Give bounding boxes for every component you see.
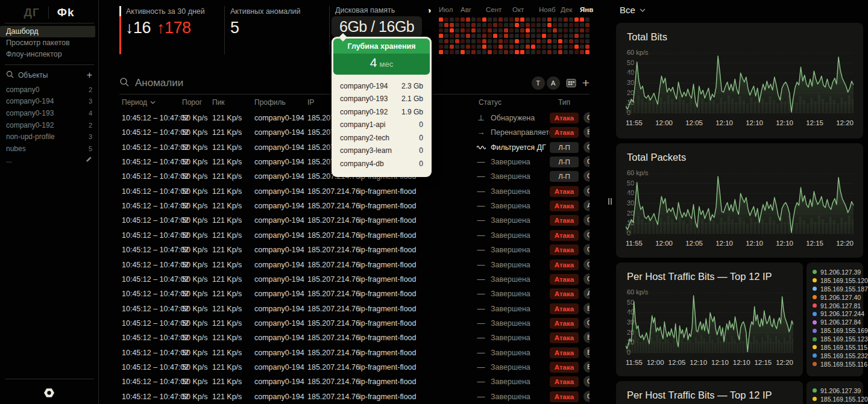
heatmap-cell[interactable] xyxy=(585,39,590,43)
legend-item[interactable]: 185.169.155.169 xyxy=(813,326,863,335)
heatmap-cell[interactable] xyxy=(569,34,573,38)
legend-item[interactable]: 185.169.155.115 xyxy=(813,343,863,352)
heatmap-cell[interactable] xyxy=(515,34,519,38)
heatmap-cell[interactable] xyxy=(461,17,465,22)
heatmap-cell[interactable] xyxy=(455,34,459,38)
legend-item[interactable]: 185.169.155.116 xyxy=(813,360,863,368)
heatmap-cell[interactable] xyxy=(536,34,541,38)
column-header-4[interactable]: IP xyxy=(307,98,314,107)
legend-item[interactable]: 185.169.155.120 xyxy=(813,395,863,403)
heatmap-cell[interactable] xyxy=(520,17,524,22)
heatmap-cell[interactable] xyxy=(455,39,459,43)
heatmap-cell[interactable] xyxy=(455,45,459,49)
heatmap-cell[interactable] xyxy=(455,50,459,54)
heatmap-cell[interactable] xyxy=(553,34,557,38)
heatmap-cell[interactable] xyxy=(466,50,470,54)
heatmap-cell[interactable] xyxy=(493,39,497,43)
heatmap-cell[interactable] xyxy=(498,23,503,27)
heatmap-cell[interactable] xyxy=(569,39,573,43)
heatmap-cell[interactable] xyxy=(536,39,541,43)
heatmap-cell[interactable] xyxy=(498,34,503,38)
heatmap-cell[interactable] xyxy=(558,39,562,43)
heatmap-cell[interactable] xyxy=(585,28,590,33)
heatmap-cell[interactable] xyxy=(515,45,519,49)
heatmap-cell[interactable] xyxy=(455,17,459,22)
heatmap-cell[interactable] xyxy=(531,23,535,27)
table-row[interactable]: 10:45:12 – 10:47:0250 Kp/s121 Kp/scompan… xyxy=(119,390,590,404)
heatmap-cell[interactable] xyxy=(488,28,492,33)
heatmap-cell[interactable] xyxy=(482,39,486,43)
heatmap-cell[interactable] xyxy=(515,17,519,22)
heatmap-cell[interactable] xyxy=(569,28,573,33)
traffic-chart[interactable] xyxy=(626,293,793,354)
heatmap-cell[interactable] xyxy=(564,23,568,27)
heatmap-cell[interactable] xyxy=(520,34,524,38)
heatmap-cell[interactable] xyxy=(461,45,465,49)
legend-item[interactable]: 185.169.155.232 xyxy=(813,352,863,360)
heatmap-cell[interactable] xyxy=(569,45,573,49)
heatmap-cell[interactable] xyxy=(471,45,476,49)
heatmap-cell[interactable] xyxy=(482,28,486,33)
object-list-item[interactable]: company0-1943 xyxy=(6,96,92,108)
activity-heatmap[interactable] xyxy=(439,17,590,54)
heatmap-cell[interactable] xyxy=(558,28,562,33)
heatmap-cell[interactable] xyxy=(471,39,476,43)
heatmap-cell[interactable] xyxy=(547,45,552,49)
legend-item[interactable]: 91.206.127.81 xyxy=(813,302,863,310)
heatmap-cell[interactable] xyxy=(574,39,579,43)
table-row[interactable]: 10:45:12 – 10:47:0250 Kp/s121 Kp/scompan… xyxy=(119,287,590,301)
object-list-item[interactable]: company0-1934 xyxy=(6,107,92,119)
heatmap-cell[interactable] xyxy=(553,23,557,27)
heatmap-cell[interactable] xyxy=(504,34,508,38)
heatmap-cell[interactable] xyxy=(509,50,514,54)
heatmap-cell[interactable] xyxy=(515,50,519,54)
edit-pencil-icon[interactable] xyxy=(86,156,92,164)
heatmap-cell[interactable] xyxy=(450,34,454,38)
disk-memory-value[interactable]: 6Gb / 16Gb xyxy=(332,16,422,37)
column-header-2[interactable]: Пик xyxy=(212,98,225,107)
heatmap-cell[interactable] xyxy=(444,23,448,27)
heatmap-cell[interactable] xyxy=(542,28,546,33)
heatmap-cell[interactable] xyxy=(471,23,476,27)
heatmap-cell[interactable] xyxy=(493,28,497,33)
heatmap-cell[interactable] xyxy=(504,28,508,33)
heatmap-cell[interactable] xyxy=(504,45,508,49)
legend-item[interactable]: 91.206.127.39 xyxy=(813,268,863,276)
heatmap-cell[interactable] xyxy=(569,23,573,27)
object-list-item[interactable]: nubes5 xyxy=(6,143,92,155)
column-header-0[interactable]: Период xyxy=(122,98,156,107)
heatmap-cell[interactable] xyxy=(450,23,454,27)
heatmap-cell[interactable] xyxy=(574,50,579,54)
heatmap-cell[interactable] xyxy=(515,39,519,43)
object-list-item[interactable]: non-upd-profile3 xyxy=(6,131,92,143)
heatmap-cell[interactable] xyxy=(493,17,497,22)
table-row[interactable]: 10:45:12 – 10:47:0250 Kp/s121 Kp/scompan… xyxy=(119,199,590,213)
heatmap-cell[interactable] xyxy=(471,50,476,54)
sidebar-item-packet-view[interactable]: Просмотр пакетов xyxy=(0,37,98,49)
heatmap-cell[interactable] xyxy=(553,45,557,49)
heatmap-cell[interactable] xyxy=(553,28,557,33)
heatmap-cell[interactable] xyxy=(531,28,535,33)
heatmap-cell[interactable] xyxy=(477,45,481,49)
heatmap-cell[interactable] xyxy=(520,39,524,43)
heatmap-cell[interactable] xyxy=(536,28,541,33)
heatmap-cell[interactable] xyxy=(477,50,481,54)
heatmap-cell[interactable] xyxy=(542,23,546,27)
heatmap-cell[interactable] xyxy=(477,39,481,43)
heatmap-cell[interactable] xyxy=(558,23,562,27)
heatmap-cell[interactable] xyxy=(488,39,492,43)
column-header-6[interactable]: Тип xyxy=(558,98,570,107)
heatmap-cell[interactable] xyxy=(574,45,579,49)
heatmap-cell[interactable] xyxy=(466,45,470,49)
legend-item[interactable]: 185.169.155.187 xyxy=(813,285,863,293)
heatmap-cell[interactable] xyxy=(526,28,530,33)
table-row[interactable]: 10:45:12 – 10:47:0250 Kp/s121 Kp/scompan… xyxy=(119,243,590,257)
heatmap-cell[interactable] xyxy=(439,28,443,33)
heatmap-cell[interactable] xyxy=(536,23,541,27)
heatmap-cell[interactable] xyxy=(444,28,448,33)
heatmap-cell[interactable] xyxy=(482,17,486,22)
heatmap-cell[interactable] xyxy=(564,39,568,43)
heatmap-cell[interactable] xyxy=(574,34,579,38)
heatmap-cell[interactable] xyxy=(580,39,584,43)
heatmap-cell[interactable] xyxy=(477,28,481,33)
